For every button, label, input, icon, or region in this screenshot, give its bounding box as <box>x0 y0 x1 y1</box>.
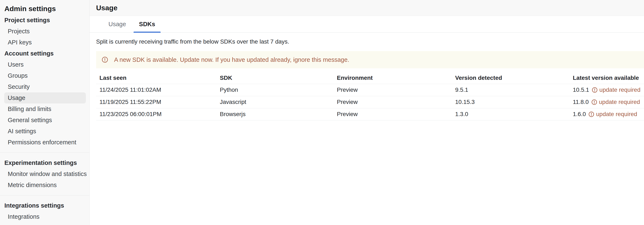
sdk-traffic-description: Split is currently receiving traffic fro… <box>96 38 644 45</box>
column-header-last-seen: Last seen <box>96 72 216 84</box>
column-header-latest-version-available: Latest version available <box>570 72 644 84</box>
update-required-label: update required <box>600 87 640 93</box>
column-header-environment: Environment <box>334 72 452 84</box>
sidebar-section-experimentation-settings: Experimentation settings <box>0 157 90 168</box>
page-title: Usage <box>96 4 118 12</box>
sidebar-item-groups[interactable]: Groups <box>4 70 86 81</box>
sidebar-item-usage[interactable]: Usage <box>4 92 86 104</box>
sidebar-item-ai-settings[interactable]: AI settings <box>4 126 86 137</box>
alert-circle-icon <box>588 111 594 117</box>
sidebar-section-integrations-settings: Integrations settings <box>0 200 90 211</box>
sidebar-section-project-settings: Project settings <box>0 15 90 26</box>
tab-bar: Usage SDKs <box>90 16 644 33</box>
cell-environment: Preview <box>334 84 452 96</box>
column-header-version-detected: Version detected <box>452 72 570 84</box>
update-required-label: update required <box>599 99 640 105</box>
cell-last-seen: 11/19/2025 11:55:22PM <box>96 96 216 108</box>
sdk-update-warning-banner: A new SDK is available. Update now. If y… <box>96 51 644 68</box>
column-header-sdk: SDK <box>216 72 334 84</box>
cell-version-detected: 10.15.3 <box>452 96 570 108</box>
latest-version-value: 1.6.0 <box>573 111 586 118</box>
latest-version-value: 11.8.0 <box>573 99 589 105</box>
cell-latest-version: 10.5.1 update required <box>570 84 644 96</box>
sidebar-title: Admin settings <box>0 3 90 15</box>
cell-latest-version: 1.6.0 update required <box>570 108 644 120</box>
table-row: 11/19/2025 11:55:22PM Javascript Preview… <box>96 96 644 108</box>
admin-settings-page: Admin settings Project settings Projects… <box>0 0 644 225</box>
cell-last-seen: 11/23/2025 06:00:01PM <box>96 108 216 120</box>
sidebar-section-account-settings: Account settings <box>0 48 90 59</box>
alert-circle-icon <box>592 99 597 105</box>
update-required-flag: update required <box>588 111 637 118</box>
alert-circle-icon <box>592 87 598 93</box>
tab-usage[interactable]: Usage <box>103 16 132 33</box>
table-row: 11/23/2025 06:00:01PM Browserjs Preview … <box>96 108 644 120</box>
table-row: 11/24/2025 11:01:02AM Python Preview 9.5… <box>96 84 644 96</box>
sidebar-item-billing-and-limits[interactable]: Billing and limits <box>4 104 86 115</box>
update-required-label: update required <box>596 111 637 118</box>
tab-sdks[interactable]: SDKs <box>134 16 160 33</box>
sidebar-divider <box>0 152 90 153</box>
cell-sdk: Browserjs <box>216 108 334 120</box>
banner-text: A new SDK is available. Update now. If y… <box>114 56 349 63</box>
sidebar-item-permissions-enforcement[interactable]: Permissions enforcement <box>4 137 86 148</box>
sidebar: Admin settings Project settings Projects… <box>0 0 90 225</box>
table-header-row: Last seen SDK Environment Version detect… <box>96 72 644 84</box>
page-header: Usage <box>90 0 644 16</box>
main-content: Usage Usage SDKs Split is currently rece… <box>90 0 644 225</box>
sidebar-item-api-keys[interactable]: API keys <box>4 37 86 48</box>
cell-environment: Preview <box>334 108 452 120</box>
cell-sdk: Python <box>216 84 334 96</box>
cell-sdk: Javascript <box>216 96 334 108</box>
cell-last-seen: 11/24/2025 11:01:02AM <box>96 84 216 96</box>
alert-circle-icon <box>102 57 108 63</box>
sidebar-divider <box>0 195 90 195</box>
cell-version-detected: 9.5.1 <box>452 84 570 96</box>
sidebar-item-general-settings[interactable]: General settings <box>4 115 86 126</box>
update-required-flag: update required <box>592 99 640 105</box>
sidebar-item-integrations[interactable]: Integrations <box>4 211 86 222</box>
cell-version-detected: 1.3.0 <box>452 108 570 120</box>
sidebar-item-security[interactable]: Security <box>4 81 86 92</box>
cell-environment: Preview <box>334 96 452 108</box>
sidebar-item-users[interactable]: Users <box>4 59 86 70</box>
latest-version-value: 10.5.1 <box>573 87 589 93</box>
sdk-usage-table: Last seen SDK Environment Version detect… <box>96 72 644 120</box>
sidebar-item-metric-dimensions[interactable]: Metric dimensions <box>4 179 86 191</box>
cell-latest-version: 11.8.0 update required <box>570 96 644 108</box>
update-required-flag: update required <box>592 87 640 93</box>
sidebar-item-monitor-window-and-statistics[interactable]: Monitor window and statistics <box>4 168 86 179</box>
sidebar-item-projects[interactable]: Projects <box>4 26 86 37</box>
